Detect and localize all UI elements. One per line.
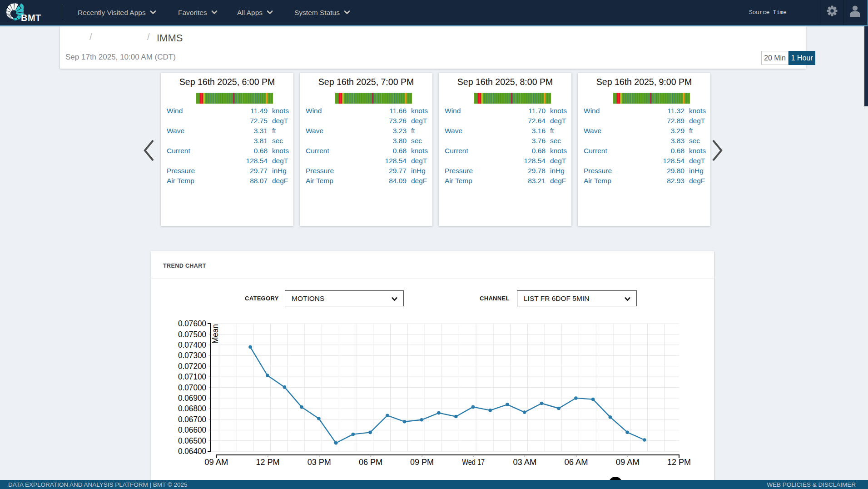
svg-text:0.07100: 0.07100 <box>178 372 206 381</box>
svg-text:0.07000: 0.07000 <box>178 383 206 392</box>
svg-text:0.07500: 0.07500 <box>178 329 206 339</box>
svg-text:0.06700: 0.06700 <box>178 414 206 424</box>
svg-text:09 AM: 09 AM <box>204 457 228 467</box>
svg-text:09 PM: 09 PM <box>410 457 434 467</box>
svg-text:06 AM: 06 AM <box>565 457 588 467</box>
svg-text:03 PM: 03 PM <box>308 457 331 467</box>
svg-text:0.07300: 0.07300 <box>178 350 206 360</box>
svg-text:09 AM: 09 AM <box>616 457 640 467</box>
svg-text:12 PM: 12 PM <box>256 457 280 467</box>
svg-text:06 PM: 06 PM <box>359 457 382 467</box>
svg-text:0.07600: 0.07600 <box>178 319 206 328</box>
svg-text:12 PM: 12 PM <box>667 457 691 467</box>
svg-text:0.06500: 0.06500 <box>178 436 206 445</box>
svg-text:0.06400: 0.06400 <box>178 446 206 456</box>
svg-text:0.07200: 0.07200 <box>178 361 206 371</box>
svg-text:Wed 17: Wed 17 <box>462 457 485 467</box>
svg-text:Mean: Mean <box>210 324 220 344</box>
svg-text:0.06800: 0.06800 <box>178 404 206 413</box>
svg-text:0.07400: 0.07400 <box>178 340 206 349</box>
svg-text:0.06900: 0.06900 <box>178 393 206 403</box>
svg-text:03 AM: 03 AM <box>513 457 536 467</box>
svg-text:0.06600: 0.06600 <box>178 425 206 434</box>
